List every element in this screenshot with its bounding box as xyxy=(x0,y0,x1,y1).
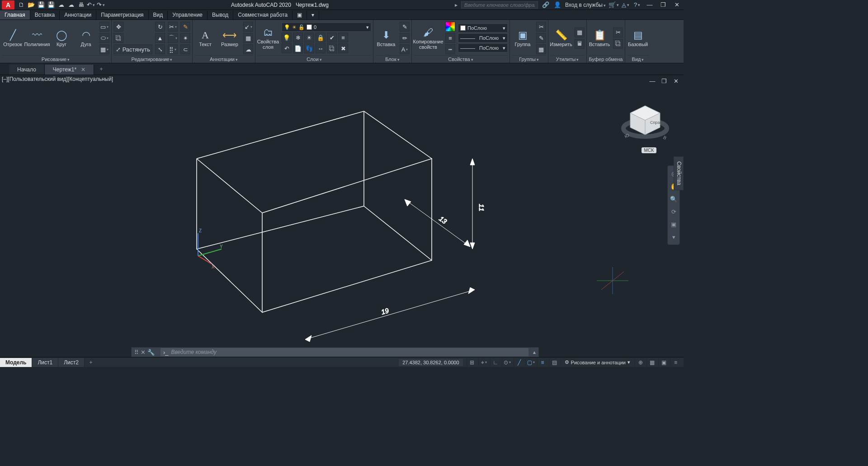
layer-prev-button[interactable]: ↶ xyxy=(282,43,292,53)
infocenter-arrow-icon[interactable]: ▸ xyxy=(455,2,458,8)
redo-icon[interactable]: ↷ xyxy=(97,1,105,9)
tab-annotate[interactable]: Аннотации xyxy=(60,10,96,19)
panel-view-title[interactable]: Вид xyxy=(627,55,649,63)
match-props-button[interactable]: 🖌Копирование свойств xyxy=(414,22,443,54)
quick-props-toggle[interactable]: ▣ xyxy=(658,358,669,367)
connect-icon[interactable]: 🔗 xyxy=(542,1,550,9)
tab-view[interactable]: Вид xyxy=(149,10,168,19)
saveas-icon[interactable]: 💾 xyxy=(47,1,55,9)
linetype-icon[interactable]: ┅ xyxy=(445,44,455,54)
panel-draw-title[interactable]: Рисование xyxy=(2,55,109,63)
layer-properties-button[interactable]: 🗂Свойства слоя xyxy=(257,22,279,54)
tab-manage[interactable]: Управление xyxy=(168,10,208,19)
ribbon-expand-icon[interactable]: ▾ xyxy=(307,10,319,19)
layer-selector[interactable]: 💡 ☀ 🔓 0 ▾ xyxy=(282,23,371,32)
ellipse-button[interactable]: ⬭ xyxy=(99,33,109,43)
appstore-icon[interactable]: 🛒 xyxy=(609,1,618,9)
scale-button[interactable]: ⤡ xyxy=(155,44,165,54)
hatch-button[interactable]: ▦ xyxy=(99,44,109,54)
annotation-monitor-toggle[interactable]: ⊕ xyxy=(635,358,646,367)
circle-button[interactable]: ◯Круг xyxy=(51,22,72,54)
signin-button[interactable]: Вход в службы xyxy=(565,2,606,8)
color-select[interactable]: ПоСлою▾ xyxy=(458,24,508,33)
restore-button[interactable]: ❐ xyxy=(658,1,668,9)
trim-button[interactable]: ✂ xyxy=(168,22,178,32)
stretch-button[interactable]: ⤢ Растянуть xyxy=(113,44,152,54)
save-icon[interactable]: 💾 xyxy=(37,1,45,9)
layer-state-button[interactable]: 📄 xyxy=(293,43,303,53)
workspace-switcher[interactable]: ⚙ Рисование и аннотации ▾ xyxy=(561,359,634,365)
command-input[interactable]: ›_ Введите команду xyxy=(160,348,528,356)
add-layout-button[interactable]: ＋ xyxy=(85,357,97,367)
lineweight-icon[interactable]: ≡ xyxy=(445,33,455,43)
plot-icon[interactable]: 🖶 xyxy=(77,1,85,9)
add-tab-button[interactable]: ＋ xyxy=(94,63,108,75)
cmd-close-icon[interactable]: ✕ xyxy=(141,349,146,356)
help-icon[interactable]: ? xyxy=(633,1,641,9)
new-icon[interactable]: 🗋 xyxy=(17,1,25,9)
explode-button[interactable]: ✴ xyxy=(180,33,190,43)
group-button[interactable]: ▣Группа xyxy=(512,22,533,54)
open-icon[interactable]: 📂 xyxy=(27,1,35,9)
paste-button[interactable]: 📋Вставить xyxy=(589,22,610,54)
cmd-history-icon[interactable]: ▴ xyxy=(530,349,538,355)
app-logo[interactable]: A xyxy=(2,0,14,9)
drawing-area[interactable]: [–][Пользовательский вид][Концептуальный… xyxy=(0,75,684,347)
wcs-badge[interactable]: МСК xyxy=(642,147,656,153)
undo-icon[interactable]: ↶ xyxy=(87,1,95,9)
array-button[interactable]: ⣿ xyxy=(168,44,178,54)
move-button[interactable]: ✥ xyxy=(113,22,123,32)
panel-annot-title[interactable]: Аннотации xyxy=(194,55,253,63)
dimension-button[interactable]: ⟷Размер xyxy=(219,22,241,54)
offset-button[interactable]: ⊂ xyxy=(180,44,190,54)
cut-button[interactable]: ✂ xyxy=(613,28,623,38)
text-button[interactable]: AТекст xyxy=(194,22,216,54)
cloud-open-icon[interactable]: ☁ xyxy=(57,1,65,9)
rectangle-button[interactable]: ▭ xyxy=(99,22,109,32)
block-attr-button[interactable]: A xyxy=(400,44,410,54)
base-view-button[interactable]: ▤Базовый xyxy=(627,22,649,54)
cloud-button[interactable]: ☁ xyxy=(243,44,253,54)
minimize-button[interactable]: — xyxy=(645,1,655,9)
layout-tab-model[interactable]: Модель xyxy=(0,358,32,367)
viewcube[interactable]: Справа Ю В xyxy=(620,98,670,147)
units-toggle[interactable]: ▦ xyxy=(646,358,657,367)
layout-tab-2[interactable]: Лист2 xyxy=(58,358,85,367)
orbit-icon[interactable]: ⟳ xyxy=(668,207,679,217)
layer-match-button[interactable]: ≡ xyxy=(338,33,348,42)
ungroup-button[interactable]: ✂ xyxy=(536,22,546,32)
showmotion-icon[interactable]: ▣ xyxy=(668,219,679,229)
group-select-button[interactable]: ▦ xyxy=(536,44,546,54)
polar-toggle[interactable]: ⊙ xyxy=(502,358,513,367)
color-wheel-icon[interactable] xyxy=(445,22,455,32)
polyline-button[interactable]: 〰Полилиния xyxy=(26,22,48,54)
panel-modify-title[interactable]: Редактирование xyxy=(113,55,190,63)
grid-toggle[interactable]: ⊞ xyxy=(467,358,477,367)
tab-parametric[interactable]: Параметризация xyxy=(96,10,148,19)
panel-layers-title[interactable]: Слои xyxy=(257,55,371,63)
layer-lock-button[interactable]: 🔒 xyxy=(316,33,326,42)
panel-block-title[interactable]: Блок xyxy=(375,55,410,63)
panel-clipboard-title[interactable]: Буфер обмена xyxy=(589,55,623,63)
measure-button[interactable]: 📏Измерить xyxy=(550,22,572,54)
select-all-button[interactable]: ▦ xyxy=(575,28,585,38)
layer-change-button[interactable]: ↔ xyxy=(316,43,326,53)
group-edit-button[interactable]: ✎ xyxy=(536,33,546,43)
properties-palette-tab[interactable]: Свойства xyxy=(674,156,684,190)
transparency-toggle[interactable]: ▤ xyxy=(549,358,560,367)
layer-iso-button[interactable]: ❄ xyxy=(293,33,303,42)
copy-button[interactable]: ⿻ xyxy=(113,33,123,43)
copy-clip-button[interactable]: ⿻ xyxy=(613,39,623,49)
insert-block-button[interactable]: ⬇Вставка xyxy=(375,22,397,54)
keyword-search-input[interactable] xyxy=(461,1,538,9)
layer-delete-button[interactable]: ✖ xyxy=(338,43,348,53)
line-button[interactable]: ╱Отрезок xyxy=(2,22,24,54)
tab-output[interactable]: Вывод xyxy=(208,10,233,19)
linetype-select[interactable]: ———ПоСлою▾ xyxy=(458,43,508,52)
layer-walk-button[interactable]: 👣 xyxy=(304,43,314,53)
autodesk-icon[interactable]: ◬ xyxy=(621,1,629,9)
osnap-toggle[interactable]: ▢ xyxy=(525,358,536,367)
cloud-save-icon[interactable]: ☁ xyxy=(67,1,75,9)
rotate-button[interactable]: ↻ xyxy=(155,22,165,32)
panel-utilities-title[interactable]: Утилиты xyxy=(550,55,585,63)
